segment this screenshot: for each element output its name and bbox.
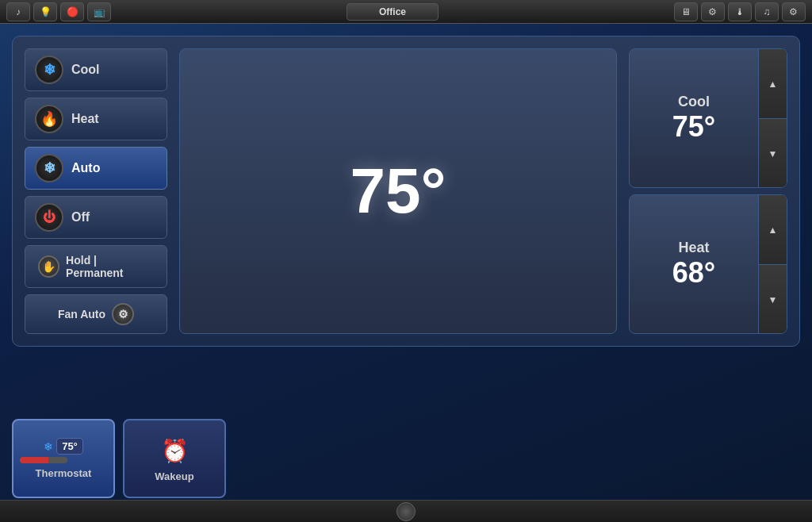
page-title: Office: [347, 3, 439, 21]
heat-setpoint-label: Heat: [678, 240, 709, 256]
heat-up-arrow-icon: [768, 223, 778, 236]
fan-button[interactable]: Fan Auto ⚙: [25, 294, 167, 334]
top-bar-right-icons: 🖥 ⚙ 🌡 ♫ ⚙: [674, 2, 806, 21]
heat-setpoint-info: Heat 68°: [630, 232, 758, 297]
off-mode-button[interactable]: ⏻ Off: [25, 196, 167, 239]
bottom-strip: [0, 500, 812, 522]
auto-mode-button[interactable]: ❄ Auto: [25, 147, 167, 190]
top-bar: ♪ 💡 🔴 📺 Office 🖥 ⚙ 🌡 ♫ ⚙: [0, 0, 812, 24]
hold-button[interactable]: ✋ Hold | Permanent: [25, 245, 167, 288]
thermostat-widget: ❄ 75°: [20, 438, 107, 463]
thermostat-temp-badge: 75°: [56, 438, 83, 455]
cool-setpoint-controls: [758, 49, 787, 187]
hold-icon: ✋: [38, 255, 59, 278]
thermometer-bar: [20, 457, 67, 463]
taskbar-wakeup[interactable]: ⏰ Wakeup: [123, 419, 226, 498]
fan-icon: ⚙: [112, 303, 134, 325]
heat-mode-label: Heat: [71, 112, 99, 126]
thermostat-taskbar-label: Thermostat: [36, 467, 92, 479]
cool-mode-button[interactable]: ❄ Cool: [25, 48, 167, 91]
music-icon-top[interactable]: ♫: [755, 2, 779, 21]
cool-decrease-button[interactable]: [759, 119, 787, 188]
cool-up-arrow-icon: [768, 77, 778, 90]
thermostat-snowflake-icon: ❄: [44, 440, 53, 453]
current-temperature: 75°: [350, 155, 446, 228]
heat-icon: 🔥: [35, 105, 63, 133]
cool-mode-label: Cool: [71, 63, 100, 77]
audio-icon[interactable]: ♪: [6, 2, 30, 21]
cool-increase-button[interactable]: [759, 49, 787, 119]
cool-setpoint-panel: Cool 75°: [629, 48, 787, 188]
action-row: ✋ Hold | Permanent Fan Auto ⚙: [25, 245, 167, 334]
taskbar: ❄ 75° Thermostat ⏰ Wakeup: [0, 419, 812, 498]
wakeup-icon: ⏰: [155, 435, 194, 466]
cool-setpoint-info: Cool 75°: [630, 86, 758, 152]
wakeup-taskbar-label: Wakeup: [155, 470, 193, 482]
gear-icon-top[interactable]: ⚙: [782, 2, 806, 21]
taskbar-thermostat[interactable]: ❄ 75° Thermostat: [12, 419, 115, 498]
light-icon[interactable]: 💡: [33, 2, 57, 21]
cool-setpoint-value: 75°: [672, 110, 715, 144]
thermostat-top: ❄ 75°: [20, 438, 107, 455]
main-content: ❄ Cool 🔥 Heat ❄ Auto ⏻ Off: [0, 24, 812, 359]
auto-mode-label: Auto: [71, 161, 100, 175]
temperature-display: 75°: [179, 48, 617, 334]
heat-setpoint-panel: Heat 68°: [629, 194, 787, 334]
heat-increase-button[interactable]: [759, 195, 787, 265]
mode-buttons: ❄ Cool 🔥 Heat ❄ Auto ⏻ Off: [25, 48, 167, 334]
settings-icon[interactable]: ⚙: [701, 2, 725, 21]
hold-label: Hold | Permanent: [66, 254, 154, 279]
heat-mode-button[interactable]: 🔥 Heat: [25, 98, 167, 140]
monitor-icon[interactable]: 🖥: [674, 2, 698, 21]
home-button[interactable]: [396, 502, 416, 521]
auto-icon: ❄: [35, 154, 63, 182]
heat-setpoint-controls: [758, 195, 787, 333]
fan-label: Fan Auto: [58, 308, 105, 320]
top-bar-left-icons: ♪ 💡 🔴 📺: [6, 2, 111, 21]
security-icon[interactable]: 🔴: [60, 2, 84, 21]
cool-setpoint-label: Cool: [678, 94, 710, 110]
heat-setpoint-value: 68°: [672, 256, 715, 290]
cool-icon: ❄: [35, 56, 63, 84]
av-icon[interactable]: 📺: [87, 2, 111, 21]
off-mode-label: Off: [71, 210, 90, 225]
off-icon: ⏻: [35, 203, 63, 232]
cool-down-arrow-icon: [768, 147, 778, 159]
thermostat-icon-top[interactable]: 🌡: [728, 2, 752, 21]
heat-decrease-button[interactable]: [759, 265, 787, 334]
setpoint-panels: Cool 75° Heat 68°: [629, 48, 787, 334]
heat-down-arrow-icon: [768, 293, 778, 305]
control-panel: ❄ Cool 🔥 Heat ❄ Auto ⏻ Off: [12, 36, 800, 347]
